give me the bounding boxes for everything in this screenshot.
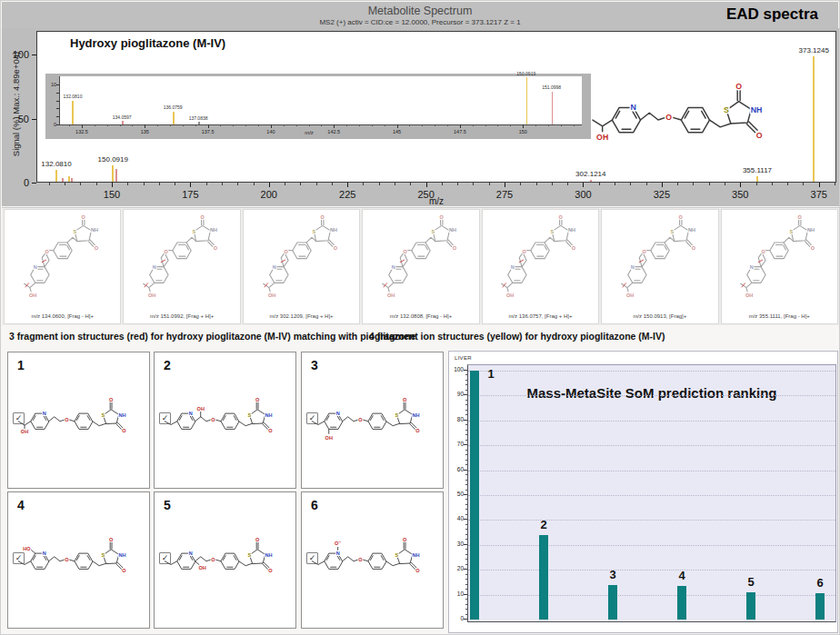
y-axis-minor-tick [465,499,467,500]
axis-minor-tick [536,183,537,185]
spectrum-peak [112,165,114,182]
inset-axis-minor-tick [245,124,246,126]
inset-axis-minor-tick [170,124,171,126]
y-axis-minor-tick [465,390,467,391]
y-axis-minor-tick [465,529,467,530]
spectrum-peak [68,176,70,182]
candidate-number: 4 [17,498,25,512]
axis-minor-tick [725,183,725,185]
gridline [468,545,835,546]
inset-axis-minor-tick [195,124,196,126]
axis-minor-tick [803,183,804,185]
bar-rank-label: 2 [536,518,551,531]
inset-axis-tick [145,124,145,128]
axis-minor-tick [127,183,128,185]
hydroxylation-bond [31,550,35,553]
candidate-molecule-diagram: OH [164,534,293,590]
y-axis-tick [464,470,467,471]
gridline [468,471,835,471]
axis-minor-tick [599,183,600,185]
ranking-chart-panel: LIVER Mass-MetaSite SoM prediction ranki… [448,351,838,633]
inset-axis-tick [397,124,398,128]
inset-axis-minor-tick [574,124,575,126]
inset-axis-minor-tick [510,124,511,126]
y-axis-minor-tick [465,549,467,550]
inset-axis-minor-tick [561,124,562,126]
window-title: Metabolite Spectrum [2,5,838,17]
inset-axis-minor-tick [385,124,385,126]
inset-peak-label: 137.0838 [189,115,208,121]
axis-minor-tick [520,183,521,185]
inset-axis-tick-label: 150 [519,129,527,134]
y-axis-minor-tick [465,559,467,560]
y-axis-tick-label: 30 [449,541,464,547]
y-axis-tick [464,494,467,495]
hydroxylation-marker: OH [197,406,205,412]
axis-minor-tick [630,183,631,185]
spectrum-peak [756,176,758,182]
inset-axis-minor-tick [132,124,133,126]
axis-minor-tick [222,183,223,185]
gridline [468,595,835,596]
inset-plot-area: 132.0810134.0597136.0759137.0838150.0919… [59,76,582,125]
inset-axis-minor-tick [435,124,435,126]
inset-axis-minor-tick [447,124,448,126]
axis-tick-label: 300 [575,189,591,200]
inset-axis-minor-tick [69,124,70,126]
axis-tick [662,183,663,187]
inset-axis-tick-label: 0 [46,122,56,127]
ranking-chart-title: Mass-MetaSite SoM prediction ranking [468,385,835,401]
inset-axis-minor-tick [548,124,549,126]
inset-axis-minor-tick [535,124,536,126]
inset-axis-minor-tick [409,124,410,126]
inset-axis-minor-tick [183,124,184,126]
peak-label: 150.0919 [98,155,128,164]
y-axis-tick-label: 0 [449,615,464,621]
spectrum-section: Signal (%) Max.: 4.89e+04) Hydroxy piogl… [2,28,840,206]
hydroxylation-bond [195,561,199,565]
y-axis-tick [464,394,467,395]
candidate-number: 6 [311,498,318,512]
gridline [468,395,835,396]
y-axis-tick [464,444,467,445]
bar-rank-label: 5 [744,575,758,589]
inset-peak-label: 150.0919 [516,71,535,76]
candidate-panel-4: 4 HO [7,491,150,629]
axis-minor-tick [756,183,757,185]
candidate-panel-1: 1 [7,352,150,489]
hydroxylation-marker: OH [325,435,333,441]
axis-minor-tick [285,183,285,185]
y-axis-tick-label: 20 [449,565,464,571]
axis-minor-tick [96,183,97,185]
y-axis-minor-tick [465,380,467,381]
spectrum-title: Hydroxy pioglitazone (M-IV) [70,36,225,50]
fragment-panel: m/z 302.1209, [Frag + H]+ [243,209,360,324]
inset-axis-minor-tick [473,124,474,126]
inset-axis-tick-label: 142.5 [327,129,340,134]
fragment-mz-label: m/z 136.0757, [Frag + H]+ [483,313,598,319]
fragment-mz-label: m/z 150.0913, [Frag]+ [602,313,717,319]
fragment-mz-label: m/z 302.1209, [Frag + H]+ [244,313,359,319]
inset-axis-tick-label: 132.5 [75,129,88,134]
y-axis-tick-label: 60 [449,466,464,472]
y-axis-minor-tick [465,599,467,600]
candidate-panel-6: 6 O⁻ [301,491,444,629]
candidate-molecule-diagram [17,394,146,451]
window-header: Metabolite Spectrum MS2 (+) activ = CID:… [2,2,838,28]
axis-tick [32,183,36,184]
inset-axis-minor-tick [359,124,360,126]
spectrum-peak [813,56,815,182]
gridline [468,371,835,372]
inset-axis-tick [460,124,461,128]
axis-tick-label: 325 [654,189,670,200]
y-axis-tick [464,519,467,520]
axis-tick [426,183,427,187]
axis-minor-tick [316,183,317,185]
y-axis-tick [464,594,467,595]
fragment-mz-label: m/z 134.0600, [Frag - H]+ [5,313,120,319]
y-axis-tick-label: 40 [449,515,464,521]
y-axis-minor-tick [465,509,467,510]
axis-minor-tick [379,183,380,185]
hydroxylation-marker: OH [198,565,205,571]
inset-axis-tick-label: 145 [393,129,401,134]
